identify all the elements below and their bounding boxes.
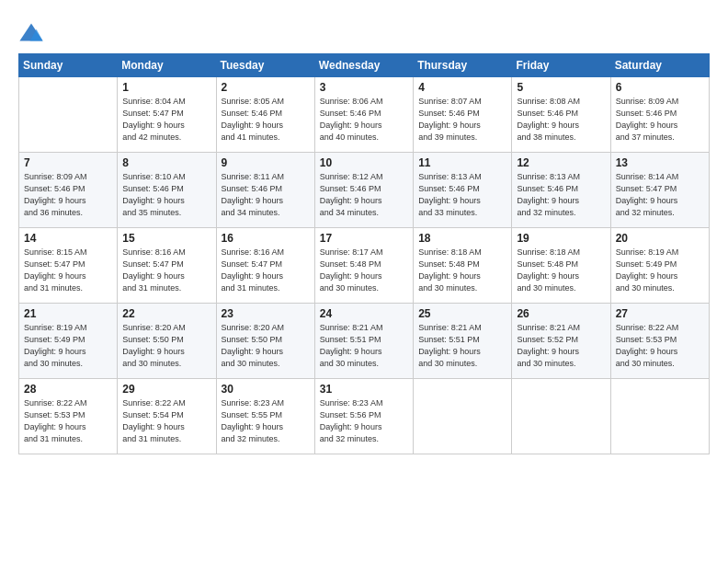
day-info: Sunrise: 8:09 AM Sunset: 5:46 PM Dayligh… [616,96,704,144]
day-number: 10 [320,156,408,169]
day-info: Sunrise: 8:21 AM Sunset: 5:51 PM Dayligh… [418,322,506,370]
day-number: 19 [517,232,605,245]
weekday-header-friday: Friday [512,54,610,77]
calendar-cell: 29Sunrise: 8:22 AM Sunset: 5:54 PM Dayli… [118,379,216,454]
day-number: 30 [222,383,310,396]
calendar-cell: 25Sunrise: 8:21 AM Sunset: 5:51 PM Dayli… [414,304,512,379]
calendar-cell: 3Sunrise: 8:06 AM Sunset: 5:46 PM Daylig… [314,77,413,153]
day-number: 3 [320,81,408,94]
day-info: Sunrise: 8:18 AM Sunset: 5:48 PM Dayligh… [418,247,506,294]
day-info: Sunrise: 8:20 AM Sunset: 5:50 PM Dayligh… [222,322,310,370]
calendar-week-3: 14Sunrise: 8:15 AM Sunset: 5:47 PM Dayli… [19,228,710,304]
calendar-cell: 24Sunrise: 8:21 AM Sunset: 5:51 PM Dayli… [314,304,413,379]
day-info: Sunrise: 8:19 AM Sunset: 5:49 PM Dayligh… [24,322,112,370]
calendar-cell: 13Sunrise: 8:14 AM Sunset: 5:47 PM Dayli… [610,153,709,228]
calendar-cell: 26Sunrise: 8:21 AM Sunset: 5:52 PM Dayli… [512,304,610,379]
weekday-header-saturday: Saturday [610,54,709,77]
calendar-cell: 12Sunrise: 8:13 AM Sunset: 5:46 PM Dayli… [512,153,610,228]
day-info: Sunrise: 8:14 AM Sunset: 5:47 PM Dayligh… [616,171,704,219]
day-info: Sunrise: 8:13 AM Sunset: 5:46 PM Dayligh… [418,171,506,219]
calendar-cell: 27Sunrise: 8:22 AM Sunset: 5:53 PM Dayli… [610,304,709,379]
day-info: Sunrise: 8:11 AM Sunset: 5:46 PM Dayligh… [222,171,310,219]
calendar-cell: 10Sunrise: 8:12 AM Sunset: 5:46 PM Dayli… [314,153,413,228]
calendar-week-4: 21Sunrise: 8:19 AM Sunset: 5:49 PM Dayli… [19,304,710,379]
day-number: 15 [122,232,210,245]
calendar-cell: 6Sunrise: 8:09 AM Sunset: 5:46 PM Daylig… [610,77,709,153]
day-info: Sunrise: 8:19 AM Sunset: 5:49 PM Dayligh… [616,247,704,294]
day-number: 24 [320,307,408,320]
day-info: Sunrise: 8:16 AM Sunset: 5:47 PM Dayligh… [222,247,310,294]
weekday-header-tuesday: Tuesday [216,54,314,77]
calendar-cell: 20Sunrise: 8:19 AM Sunset: 5:49 PM Dayli… [610,228,709,304]
calendar-cell: 11Sunrise: 8:13 AM Sunset: 5:46 PM Dayli… [414,153,512,228]
day-info: Sunrise: 8:13 AM Sunset: 5:46 PM Dayligh… [517,171,605,219]
day-number: 31 [320,383,408,396]
calendar-week-2: 7Sunrise: 8:09 AM Sunset: 5:46 PM Daylig… [19,153,710,228]
calendar-cell: 7Sunrise: 8:09 AM Sunset: 5:46 PM Daylig… [19,153,118,228]
day-number: 14 [24,232,112,245]
day-number: 18 [418,232,506,245]
day-info: Sunrise: 8:22 AM Sunset: 5:53 PM Dayligh… [24,397,112,445]
calendar-cell: 8Sunrise: 8:10 AM Sunset: 5:46 PM Daylig… [118,153,216,228]
calendar-table: SundayMondayTuesdayWednesdayThursdayFrid… [18,53,710,454]
calendar-cell: 30Sunrise: 8:23 AM Sunset: 5:55 PM Dayli… [216,379,314,454]
day-info: Sunrise: 8:07 AM Sunset: 5:46 PM Dayligh… [418,96,506,144]
day-info: Sunrise: 8:21 AM Sunset: 5:52 PM Dayligh… [517,322,605,370]
day-info: Sunrise: 8:23 AM Sunset: 5:56 PM Dayligh… [320,397,408,445]
calendar-cell: 5Sunrise: 8:08 AM Sunset: 5:46 PM Daylig… [512,77,610,153]
day-info: Sunrise: 8:18 AM Sunset: 5:48 PM Dayligh… [517,247,605,294]
day-info: Sunrise: 8:20 AM Sunset: 5:50 PM Dayligh… [122,322,210,370]
calendar-cell: 14Sunrise: 8:15 AM Sunset: 5:47 PM Dayli… [19,228,118,304]
day-number: 11 [418,156,506,169]
calendar-cell [414,379,512,454]
day-info: Sunrise: 8:22 AM Sunset: 5:54 PM Dayligh… [122,397,210,445]
day-info: Sunrise: 8:04 AM Sunset: 5:47 PM Dayligh… [122,96,210,144]
weekday-header-thursday: Thursday [414,54,512,77]
day-info: Sunrise: 8:09 AM Sunset: 5:46 PM Dayligh… [24,171,112,219]
header [18,17,710,46]
day-number: 1 [122,81,210,94]
day-number: 25 [418,307,506,320]
day-info: Sunrise: 8:08 AM Sunset: 5:46 PM Dayligh… [517,96,605,144]
day-info: Sunrise: 8:17 AM Sunset: 5:48 PM Dayligh… [320,247,408,294]
day-number: 9 [222,156,310,169]
day-number: 29 [122,383,210,396]
calendar-cell: 21Sunrise: 8:19 AM Sunset: 5:49 PM Dayli… [19,304,118,379]
day-number: 28 [24,383,112,396]
logo-icon [18,20,44,46]
calendar-cell: 15Sunrise: 8:16 AM Sunset: 5:47 PM Dayli… [118,228,216,304]
day-info: Sunrise: 8:22 AM Sunset: 5:53 PM Dayligh… [616,322,704,370]
day-number: 20 [616,232,704,245]
calendar-cell [19,77,118,153]
weekday-header-row: SundayMondayTuesdayWednesdayThursdayFrid… [19,54,710,77]
day-info: Sunrise: 8:06 AM Sunset: 5:46 PM Dayligh… [320,96,408,144]
day-number: 17 [320,232,408,245]
day-info: Sunrise: 8:23 AM Sunset: 5:55 PM Dayligh… [222,397,310,445]
calendar-week-5: 28Sunrise: 8:22 AM Sunset: 5:53 PM Dayli… [19,379,710,454]
day-number: 22 [122,307,210,320]
day-number: 16 [222,232,310,245]
weekday-header-wednesday: Wednesday [314,54,413,77]
day-number: 4 [418,81,506,94]
day-number: 23 [222,307,310,320]
day-info: Sunrise: 8:15 AM Sunset: 5:47 PM Dayligh… [24,247,112,294]
day-number: 13 [616,156,704,169]
weekday-header-monday: Monday [118,54,216,77]
day-info: Sunrise: 8:16 AM Sunset: 5:47 PM Dayligh… [122,247,210,294]
page: SundayMondayTuesdayWednesdayThursdayFrid… [0,0,728,563]
calendar-cell: 23Sunrise: 8:20 AM Sunset: 5:50 PM Dayli… [216,304,314,379]
day-info: Sunrise: 8:05 AM Sunset: 5:46 PM Dayligh… [222,96,310,144]
calendar-cell: 9Sunrise: 8:11 AM Sunset: 5:46 PM Daylig… [216,153,314,228]
calendar-cell: 31Sunrise: 8:23 AM Sunset: 5:56 PM Dayli… [314,379,413,454]
day-number: 26 [517,307,605,320]
calendar-cell: 16Sunrise: 8:16 AM Sunset: 5:47 PM Dayli… [216,228,314,304]
day-number: 21 [24,307,112,320]
day-info: Sunrise: 8:21 AM Sunset: 5:51 PM Dayligh… [320,322,408,370]
calendar-week-1: 1Sunrise: 8:04 AM Sunset: 5:47 PM Daylig… [19,77,710,153]
day-info: Sunrise: 8:10 AM Sunset: 5:46 PM Dayligh… [122,171,210,219]
calendar-cell: 2Sunrise: 8:05 AM Sunset: 5:46 PM Daylig… [216,77,314,153]
day-number: 8 [122,156,210,169]
calendar-cell: 17Sunrise: 8:17 AM Sunset: 5:48 PM Dayli… [314,228,413,304]
calendar-cell [610,379,709,454]
calendar-cell: 28Sunrise: 8:22 AM Sunset: 5:53 PM Dayli… [19,379,118,454]
